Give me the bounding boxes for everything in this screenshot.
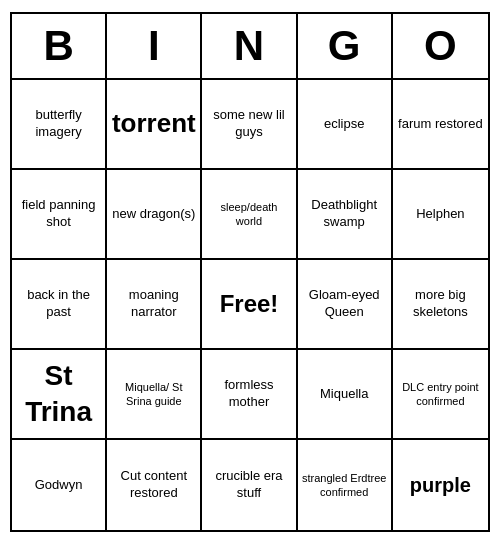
header-letter-g: G [298, 14, 393, 78]
bingo-cell-15: St Trina [12, 350, 107, 440]
bingo-grid: butterfly imagerytorrentsome new lil guy… [12, 80, 488, 530]
bingo-cell-12: Free! [202, 260, 297, 350]
bingo-cell-2: some new lil guys [202, 80, 297, 170]
bingo-cell-24: purple [393, 440, 488, 530]
bingo-cell-6: new dragon(s) [107, 170, 202, 260]
bingo-header: BINGO [12, 14, 488, 80]
bingo-cell-21: Cut content restored [107, 440, 202, 530]
bingo-cell-16: Miquella/ St Srina guide [107, 350, 202, 440]
bingo-card: BINGO butterfly imagerytorrentsome new l… [10, 12, 490, 532]
bingo-cell-8: Deathblight swamp [298, 170, 393, 260]
bingo-cell-10: back in the past [12, 260, 107, 350]
bingo-cell-1: torrent [107, 80, 202, 170]
bingo-cell-19: DLC entry point confirmed [393, 350, 488, 440]
bingo-cell-9: Helphen [393, 170, 488, 260]
header-letter-i: I [107, 14, 202, 78]
bingo-cell-18: Miquella [298, 350, 393, 440]
bingo-cell-22: crucible era stuff [202, 440, 297, 530]
bingo-cell-5: field panning shot [12, 170, 107, 260]
header-letter-b: B [12, 14, 107, 78]
bingo-cell-4: farum restored [393, 80, 488, 170]
bingo-cell-17: formless mother [202, 350, 297, 440]
bingo-cell-7: sleep/death world [202, 170, 297, 260]
bingo-cell-14: more big skeletons [393, 260, 488, 350]
header-letter-o: O [393, 14, 488, 78]
bingo-cell-0: butterfly imagery [12, 80, 107, 170]
bingo-cell-23: strangled Erdtree confirmed [298, 440, 393, 530]
bingo-cell-3: eclipse [298, 80, 393, 170]
header-letter-n: N [202, 14, 297, 78]
bingo-cell-20: Godwyn [12, 440, 107, 530]
bingo-cell-13: Gloam-eyed Queen [298, 260, 393, 350]
bingo-cell-11: moaning narrator [107, 260, 202, 350]
